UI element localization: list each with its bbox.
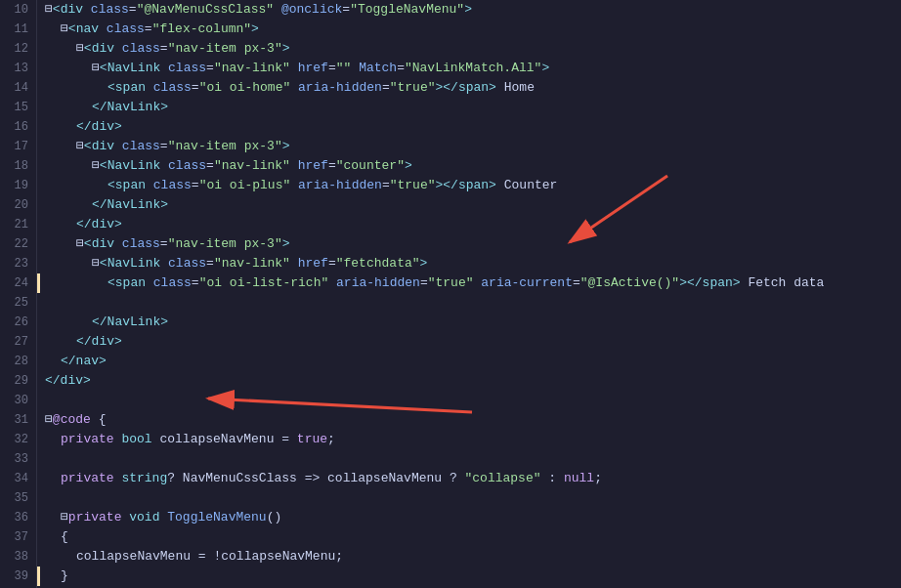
operator-token: = — [281, 430, 289, 449]
attr-value-token: "oi oi-home" — [199, 78, 291, 98]
collapse-token[interactable]: ⊟ — [92, 59, 100, 78]
punct-token: () — [267, 508, 282, 527]
punct-token: = — [382, 78, 390, 98]
text-content-token: collapseNavMenu — [76, 547, 198, 567]
collapse-token[interactable]: ⊟ — [76, 39, 84, 59]
operator-token: => — [305, 469, 321, 488]
code-line: ⊟private void ToggleNavMenu() — [37, 508, 901, 527]
attr-value-token: "NavLinkMatch.All" — [405, 59, 541, 78]
attr-value-token: "flex-column" — [152, 20, 251, 39]
punct-token: ; — [327, 430, 335, 449]
line-number: 11 — [8, 20, 28, 39]
line-number: 20 — [8, 195, 28, 215]
keyword-token: private — [61, 430, 114, 449]
code-area[interactable]: ⊟<div class="@NavMenuCssClass" @onclick=… — [37, 0, 901, 588]
attr-value-token: "@NavMenuCssClass" — [137, 0, 274, 20]
code-line: </NavLink> — [37, 98, 901, 117]
code-line: private bool collapseNavMenu = true; — [37, 430, 901, 449]
line-number: 39 — [8, 567, 28, 586]
line-number: 32 — [8, 430, 28, 449]
attr-name-token: class — [160, 156, 206, 176]
attr-name-token: href — [290, 254, 328, 273]
type-token: string — [114, 469, 168, 488]
code-line: ⊟<NavLink class="nav-link" href="counter… — [37, 156, 901, 176]
line-number: 34 — [8, 469, 28, 488]
line-number: 27 — [8, 332, 28, 352]
tag-token: > — [464, 0, 472, 20]
code-line: </div> — [37, 117, 901, 137]
line-number: 21 — [8, 215, 28, 234]
code-line: } — [37, 567, 901, 586]
attr-name-token: class — [146, 176, 192, 195]
attr-name-token: aria-hidden — [290, 176, 382, 195]
code-line: </nav> — [37, 352, 901, 371]
attr-name-token: aria-current — [474, 273, 573, 293]
attr-value-token: "true" — [428, 273, 474, 293]
collapse-token[interactable]: ⊟ — [61, 508, 68, 527]
attr-name-token: href — [290, 156, 328, 176]
attr-name-token: class — [114, 234, 160, 254]
collapse-token[interactable]: ⊟ — [76, 234, 84, 254]
tag-token: ></span> — [436, 78, 496, 98]
code-line — [37, 488, 901, 508]
attr-value-token: "ToggleNavMenu" — [350, 0, 464, 20]
code-line — [37, 449, 901, 469]
collapse-token[interactable]: ⊟ — [76, 137, 84, 156]
text-content-token: Home — [496, 78, 535, 98]
attr-value-token: "nav-item px-3" — [168, 39, 282, 59]
code-line: ⊟<NavLink class="nav-link" href="fetchda… — [37, 254, 901, 273]
code-line: ⊟<div class="@NavMenuCssClass" @onclick=… — [37, 0, 901, 20]
collapse-token[interactable]: ⊟ — [92, 254, 100, 273]
tag-token: <span — [107, 176, 146, 195]
line-number: 19 — [8, 176, 28, 195]
line-number: 10 — [8, 0, 28, 20]
tag-token: ></span> — [436, 176, 496, 195]
tag-token: <div — [84, 137, 114, 156]
line-number: 38 — [8, 547, 28, 567]
line-number: 17 — [8, 137, 28, 156]
attr-name-token: class — [114, 137, 160, 156]
code-line: ⊟<div class="nav-item px-3"> — [37, 234, 901, 254]
keyword-token: @code — [53, 410, 91, 430]
attr-name-token: aria-hidden — [328, 273, 420, 293]
tag-token: <div — [84, 234, 114, 254]
code-line: </NavLink> — [37, 313, 901, 332]
punct-token: = — [160, 234, 168, 254]
code-line: collapseNavMenu = !collapseNavMenu; — [37, 547, 901, 567]
punct-token: = — [192, 273, 199, 293]
line-number: 29 — [8, 371, 28, 391]
attr-value-token: "fetchdata" — [336, 254, 420, 273]
punct-token: ; — [335, 547, 343, 567]
tag-token: ></span> — [679, 273, 740, 293]
tag-token: </NavLink> — [92, 313, 168, 332]
keyword-token: private — [68, 508, 122, 527]
collapse-token[interactable]: ⊟ — [45, 410, 53, 430]
code-line: </div> — [37, 332, 901, 352]
keyword-token: null — [556, 469, 594, 488]
tag-token: </div> — [76, 117, 122, 137]
punct-token: = — [328, 254, 336, 273]
punct-token: = — [206, 156, 214, 176]
tag-token: </nav> — [61, 352, 107, 371]
line-number: 18 — [8, 156, 28, 176]
code-line: { — [37, 527, 901, 547]
line-number: 22 — [8, 234, 28, 254]
punct-token: = — [328, 59, 336, 78]
tag-token: <NavLink — [100, 59, 160, 78]
attr-value-token: "@IsActive()" — [580, 273, 679, 293]
code-line: private string? NavMenuCssClass => colla… — [37, 469, 901, 488]
tag-token: <NavLink — [100, 156, 160, 176]
attr-name-token: Match — [351, 59, 397, 78]
punct-token: { — [91, 410, 107, 430]
attr-name-token: @onclick — [274, 0, 342, 20]
collapse-token[interactable]: ⊟ — [45, 0, 53, 20]
code-line: <span class="oi oi-home" aria-hidden="tr… — [37, 78, 901, 98]
attr-name-token: aria-hidden — [290, 78, 382, 98]
tag-token: > — [282, 39, 290, 59]
punct-token: = — [328, 156, 336, 176]
operator-token: = — [198, 547, 206, 567]
punct-token: = — [420, 273, 428, 293]
collapse-token[interactable]: ⊟ — [92, 156, 100, 176]
collapse-token[interactable]: ⊟ — [61, 20, 68, 39]
punct-token: = — [573, 273, 580, 293]
